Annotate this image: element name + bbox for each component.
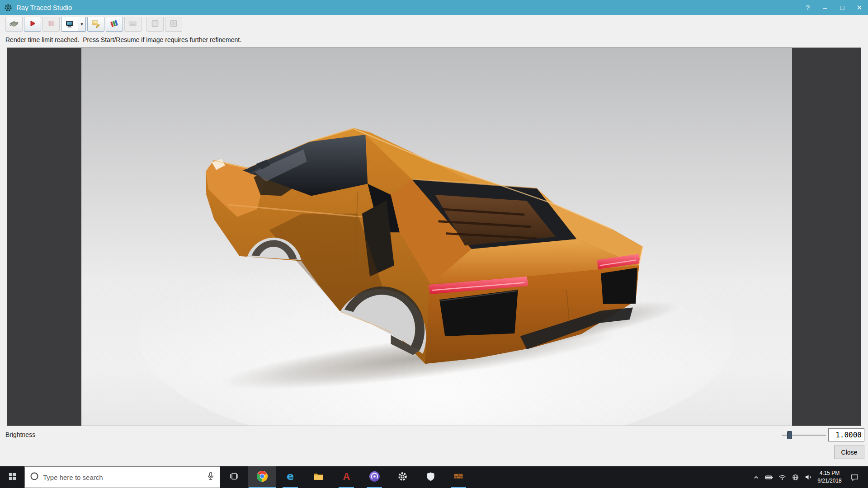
taskbar-app-media-player[interactable] (360, 466, 388, 488)
frame-icon (169, 19, 178, 29)
car-render (81, 48, 792, 426)
minimize-button[interactable]: – (816, 0, 834, 15)
window-controls: ? – □ ✕ (799, 0, 868, 15)
bricks-icon (453, 471, 464, 483)
frame-icon (151, 19, 160, 29)
search-input[interactable] (43, 474, 203, 481)
save-image-icon (91, 19, 100, 29)
brightness-label: Brightness (5, 431, 35, 438)
file-explorer-icon (313, 471, 324, 484)
task-view-icon (229, 471, 239, 483)
render-frame (7, 47, 861, 426)
svg-text:e: e (287, 470, 294, 482)
battery-icon[interactable] (763, 466, 776, 488)
window-title: Ray Traced Studio (16, 4, 72, 11)
toolbar: ▾ (0, 15, 868, 33)
show-desktop-button[interactable] (865, 466, 868, 488)
image-icon (128, 19, 137, 29)
edge-icon: e (284, 470, 296, 484)
brightness-slider[interactable] (782, 430, 826, 440)
task-view-button[interactable] (220, 466, 248, 488)
maximize-button[interactable]: □ (834, 0, 851, 15)
volume-icon[interactable] (802, 466, 815, 488)
color-stripes-icon (110, 19, 119, 29)
clock-time: 4:15 PM (815, 469, 844, 477)
copy-image-button[interactable] (124, 17, 142, 32)
taskbar: e A 4:15 PM 9/21/2018 (0, 466, 868, 488)
zoom-window-button[interactable] (146, 17, 164, 32)
render-presets-button[interactable] (5, 17, 23, 32)
taskbar-app-autocad[interactable]: A (332, 466, 360, 488)
render-viewport[interactable] (81, 48, 792, 426)
render-side-panel-left (7, 48, 81, 426)
pan-view-button[interactable] (165, 17, 182, 32)
chrome-icon (256, 470, 268, 484)
status-message: Render time limit reached. Press Start/R… (0, 33, 868, 47)
taskbar-search[interactable] (24, 466, 220, 488)
close-button[interactable]: Close (834, 446, 864, 459)
shield-icon (425, 471, 436, 483)
cortana-icon (29, 471, 39, 483)
chevron-up-icon[interactable] (750, 466, 763, 488)
adjust-colors-button[interactable] (106, 17, 123, 32)
teapot-icon (9, 19, 19, 29)
action-center-button[interactable] (844, 466, 865, 488)
taskbar-app-chrome[interactable] (248, 466, 276, 488)
monitor-icon[interactable] (61, 17, 78, 31)
taskbar-app-edge[interactable]: e (276, 466, 304, 488)
brightness-value-input[interactable] (828, 428, 864, 441)
system-tray: 4:15 PM 9/21/2018 (750, 466, 868, 488)
svg-text:A: A (343, 471, 350, 482)
close-window-button[interactable]: ✕ (851, 0, 868, 15)
chevron-down-icon[interactable]: ▾ (78, 17, 85, 31)
gear-app-icon (4, 3, 13, 12)
start-button[interactable] (0, 466, 24, 488)
taskbar-app-defender[interactable] (416, 466, 444, 488)
autocad-icon: A (341, 471, 352, 484)
slider-thumb[interactable] (787, 431, 792, 439)
globe-icon[interactable] (789, 466, 802, 488)
windows-logo-icon (8, 472, 17, 483)
taskbar-clock[interactable]: 4:15 PM 9/21/2018 (815, 469, 844, 485)
taskbar-app-settings[interactable] (388, 466, 416, 488)
titlebar[interactable]: Ray Traced Studio ? – □ ✕ (0, 0, 868, 15)
media-player-icon (369, 471, 380, 484)
clock-date: 9/21/2018 (815, 477, 844, 485)
help-button[interactable]: ? (799, 0, 816, 15)
render-destination-combo[interactable]: ▾ (61, 17, 86, 32)
wifi-icon[interactable] (776, 466, 789, 488)
microphone-icon[interactable] (206, 471, 215, 483)
render-side-panel-right (792, 48, 861, 426)
start-resume-button[interactable] (24, 17, 41, 32)
ray-traced-studio-window: Ray Traced Studio ? – □ ✕ ▾ (0, 0, 868, 466)
save-image-button[interactable] (87, 17, 104, 32)
taskbar-app-file-explorer[interactable] (304, 466, 332, 488)
pause-button[interactable] (42, 17, 60, 32)
taskbar-app-bricks[interactable] (444, 466, 472, 488)
play-icon (28, 19, 37, 29)
pause-icon (47, 19, 56, 29)
settings-gear-icon (397, 471, 408, 483)
